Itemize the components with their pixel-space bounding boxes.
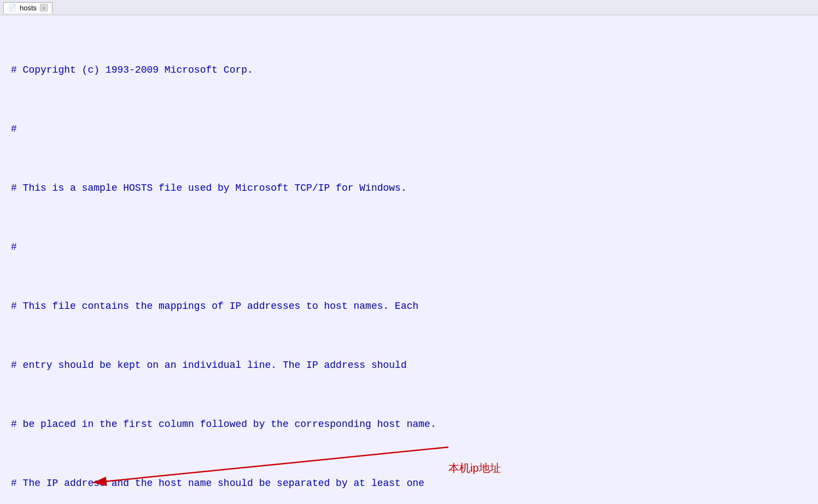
- file-icon: 📄: [8, 4, 16, 11]
- annotation-text: 本机ip地址: [448, 461, 501, 476]
- window: 📄 hosts x # Copyright (c) 1993-2009 Micr…: [0, 0, 818, 504]
- code-line-2: #: [11, 119, 807, 139]
- code-line-4: #: [11, 237, 807, 257]
- tab-label: hosts: [20, 4, 37, 12]
- code-line-8: # The IP address and the host name shoul…: [11, 473, 807, 493]
- tab-close-button[interactable]: x: [40, 4, 48, 11]
- title-bar: 📄 hosts x: [0, 0, 818, 15]
- code-line-3: # This is a sample HOSTS file used by Mi…: [11, 178, 807, 198]
- content-area: # Copyright (c) 1993-2009 Microsoft Corp…: [0, 15, 818, 504]
- code-line-7: # be placed in the first column followed…: [11, 414, 807, 434]
- code-line-5: # This file contains the mappings of IP …: [11, 296, 807, 316]
- code-line-1: # Copyright (c) 1993-2009 Microsoft Corp…: [11, 60, 807, 80]
- code-line-6: # entry should be kept on an individual …: [11, 355, 807, 375]
- code-content[interactable]: # Copyright (c) 1993-2009 Microsoft Corp…: [0, 15, 818, 504]
- tab-hosts[interactable]: 📄 hosts x: [3, 2, 52, 13]
